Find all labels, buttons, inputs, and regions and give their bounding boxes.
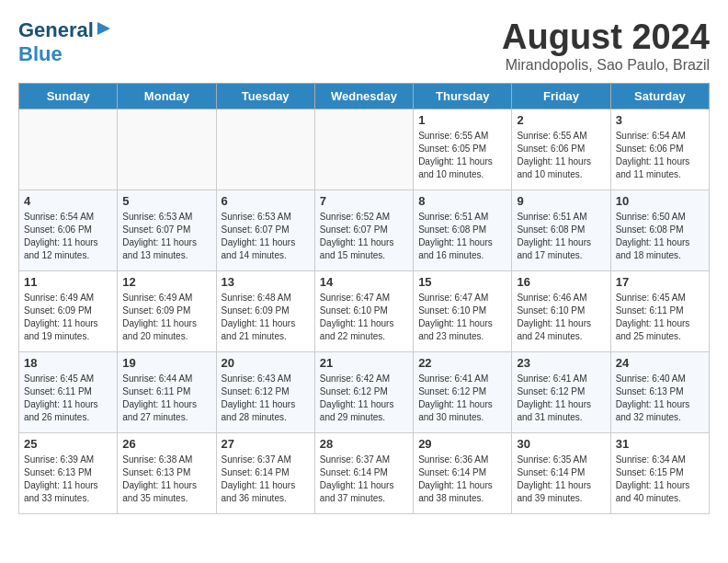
day-info: Sunrise: 6:41 AM Sunset: 6:12 PM Dayligh…: [418, 373, 506, 424]
calendar-day: 25Sunrise: 6:39 AM Sunset: 6:13 PM Dayli…: [19, 432, 118, 513]
day-info: Sunrise: 6:47 AM Sunset: 6:10 PM Dayligh…: [320, 292, 408, 343]
day-number: 25: [24, 437, 112, 451]
calendar-day: 31Sunrise: 6:34 AM Sunset: 6:15 PM Dayli…: [610, 432, 709, 513]
day-info: Sunrise: 6:55 AM Sunset: 6:06 PM Dayligh…: [517, 130, 605, 181]
calendar-day: 15Sunrise: 6:47 AM Sunset: 6:10 PM Dayli…: [414, 270, 512, 351]
day-number: 18: [24, 356, 112, 370]
day-info: Sunrise: 6:55 AM Sunset: 6:05 PM Dayligh…: [418, 130, 506, 181]
day-number: 17: [616, 275, 704, 289]
logo-blue: Blue: [18, 42, 63, 65]
day-info: Sunrise: 6:34 AM Sunset: 6:15 PM Dayligh…: [616, 454, 704, 505]
calendar-day: [118, 109, 216, 190]
day-header-monday: Monday: [118, 83, 216, 109]
calendar-day: 8Sunrise: 6:51 AM Sunset: 6:08 PM Daylig…: [414, 190, 512, 270]
calendar-day: 23Sunrise: 6:41 AM Sunset: 6:12 PM Dayli…: [512, 351, 610, 432]
calendar-day: [19, 109, 118, 190]
day-number: 4: [24, 194, 112, 208]
calendar-day: 16Sunrise: 6:46 AM Sunset: 6:10 PM Dayli…: [512, 270, 610, 351]
day-header-thursday: Thursday: [414, 83, 512, 109]
day-info: Sunrise: 6:53 AM Sunset: 6:07 PM Dayligh…: [222, 211, 310, 262]
calendar-day: 19Sunrise: 6:44 AM Sunset: 6:11 PM Dayli…: [118, 351, 216, 432]
day-number: 26: [122, 437, 210, 451]
day-info: Sunrise: 6:48 AM Sunset: 6:09 PM Dayligh…: [222, 292, 310, 343]
calendar-day: 14Sunrise: 6:47 AM Sunset: 6:10 PM Dayli…: [314, 270, 413, 351]
day-info: Sunrise: 6:49 AM Sunset: 6:09 PM Dayligh…: [122, 292, 210, 343]
calendar-day: 27Sunrise: 6:37 AM Sunset: 6:14 PM Dayli…: [216, 432, 314, 513]
day-info: Sunrise: 6:46 AM Sunset: 6:10 PM Dayligh…: [517, 292, 605, 343]
calendar-day: 17Sunrise: 6:45 AM Sunset: 6:11 PM Dayli…: [610, 270, 709, 351]
day-number: 28: [320, 437, 408, 451]
day-header-friday: Friday: [512, 83, 610, 109]
day-info: Sunrise: 6:35 AM Sunset: 6:14 PM Dayligh…: [517, 454, 605, 505]
calendar-day: 2Sunrise: 6:55 AM Sunset: 6:06 PM Daylig…: [512, 109, 610, 190]
day-number: 14: [320, 275, 408, 289]
day-info: Sunrise: 6:53 AM Sunset: 6:07 PM Dayligh…: [122, 211, 210, 262]
day-number: 23: [517, 356, 605, 370]
calendar-day: 9Sunrise: 6:51 AM Sunset: 6:08 PM Daylig…: [512, 190, 610, 270]
day-number: 19: [122, 356, 210, 370]
calendar-day: 11Sunrise: 6:49 AM Sunset: 6:09 PM Dayli…: [19, 270, 118, 351]
calendar-day: 18Sunrise: 6:45 AM Sunset: 6:11 PM Dayli…: [19, 351, 118, 432]
day-number: 27: [222, 437, 310, 451]
day-info: Sunrise: 6:43 AM Sunset: 6:12 PM Dayligh…: [222, 373, 310, 424]
calendar-day: 28Sunrise: 6:37 AM Sunset: 6:14 PM Dayli…: [314, 432, 413, 513]
calendar-week-3: 11Sunrise: 6:49 AM Sunset: 6:09 PM Dayli…: [19, 270, 710, 351]
day-number: 12: [122, 275, 210, 289]
day-info: Sunrise: 6:37 AM Sunset: 6:14 PM Dayligh…: [320, 454, 408, 505]
day-number: 13: [222, 275, 310, 289]
calendar-day: 10Sunrise: 6:50 AM Sunset: 6:08 PM Dayli…: [610, 190, 709, 270]
day-number: 8: [418, 194, 506, 208]
day-header-sunday: Sunday: [19, 83, 118, 109]
logo: General Blue: [18, 18, 112, 66]
calendar-day: [216, 109, 314, 190]
day-info: Sunrise: 6:54 AM Sunset: 6:06 PM Dayligh…: [616, 130, 704, 181]
calendar-day: 20Sunrise: 6:43 AM Sunset: 6:12 PM Dayli…: [216, 351, 314, 432]
month-title: August 2024: [502, 18, 710, 57]
day-number: 2: [517, 113, 605, 127]
day-info: Sunrise: 6:54 AM Sunset: 6:06 PM Dayligh…: [24, 211, 112, 262]
day-info: Sunrise: 6:51 AM Sunset: 6:08 PM Dayligh…: [517, 211, 605, 262]
day-number: 29: [418, 437, 506, 451]
day-header-tuesday: Tuesday: [216, 83, 314, 109]
calendar-day: 12Sunrise: 6:49 AM Sunset: 6:09 PM Dayli…: [118, 270, 216, 351]
calendar-day: 3Sunrise: 6:54 AM Sunset: 6:06 PM Daylig…: [610, 109, 709, 190]
calendar-day: 24Sunrise: 6:40 AM Sunset: 6:13 PM Dayli…: [610, 351, 709, 432]
page-header: General Blue August 2024 Mirandopolis, S…: [18, 18, 710, 74]
day-info: Sunrise: 6:40 AM Sunset: 6:13 PM Dayligh…: [616, 373, 704, 424]
day-info: Sunrise: 6:47 AM Sunset: 6:10 PM Dayligh…: [418, 292, 506, 343]
calendar-table: SundayMondayTuesdayWednesdayThursdayFrid…: [18, 83, 710, 514]
calendar-day: 21Sunrise: 6:42 AM Sunset: 6:12 PM Dayli…: [314, 351, 413, 432]
calendar-week-1: 1Sunrise: 6:55 AM Sunset: 6:05 PM Daylig…: [19, 109, 710, 190]
day-info: Sunrise: 6:49 AM Sunset: 6:09 PM Dayligh…: [24, 292, 112, 343]
day-info: Sunrise: 6:45 AM Sunset: 6:11 PM Dayligh…: [24, 373, 112, 424]
day-header-saturday: Saturday: [610, 83, 709, 109]
day-number: 1: [418, 113, 506, 127]
day-info: Sunrise: 6:38 AM Sunset: 6:13 PM Dayligh…: [122, 454, 210, 505]
day-number: 6: [222, 194, 310, 208]
day-number: 11: [24, 275, 112, 289]
day-info: Sunrise: 6:36 AM Sunset: 6:14 PM Dayligh…: [418, 454, 506, 505]
day-number: 16: [517, 275, 605, 289]
day-info: Sunrise: 6:41 AM Sunset: 6:12 PM Dayligh…: [517, 373, 605, 424]
svg-marker-0: [97, 22, 110, 35]
calendar-day: 7Sunrise: 6:52 AM Sunset: 6:07 PM Daylig…: [314, 190, 413, 270]
location-title: Mirandopolis, Sao Paulo, Brazil: [502, 57, 710, 74]
title-section: August 2024 Mirandopolis, Sao Paulo, Bra…: [502, 18, 710, 74]
day-number: 3: [616, 113, 704, 127]
day-info: Sunrise: 6:51 AM Sunset: 6:08 PM Dayligh…: [418, 211, 506, 262]
day-info: Sunrise: 6:44 AM Sunset: 6:11 PM Dayligh…: [122, 373, 210, 424]
calendar-week-4: 18Sunrise: 6:45 AM Sunset: 6:11 PM Dayli…: [19, 351, 710, 432]
day-number: 5: [122, 194, 210, 208]
day-info: Sunrise: 6:39 AM Sunset: 6:13 PM Dayligh…: [24, 454, 112, 505]
day-number: 9: [517, 194, 605, 208]
calendar-day: 30Sunrise: 6:35 AM Sunset: 6:14 PM Dayli…: [512, 432, 610, 513]
calendar-header: SundayMondayTuesdayWednesdayThursdayFrid…: [19, 83, 710, 109]
calendar-day: 1Sunrise: 6:55 AM Sunset: 6:05 PM Daylig…: [414, 109, 512, 190]
day-number: 30: [517, 437, 605, 451]
day-number: 15: [418, 275, 506, 289]
calendar-week-5: 25Sunrise: 6:39 AM Sunset: 6:13 PM Dayli…: [19, 432, 710, 513]
calendar-day: 5Sunrise: 6:53 AM Sunset: 6:07 PM Daylig…: [118, 190, 216, 270]
logo-arrow-icon: [96, 20, 112, 40]
day-number: 7: [320, 194, 408, 208]
calendar-day: 26Sunrise: 6:38 AM Sunset: 6:13 PM Dayli…: [118, 432, 216, 513]
